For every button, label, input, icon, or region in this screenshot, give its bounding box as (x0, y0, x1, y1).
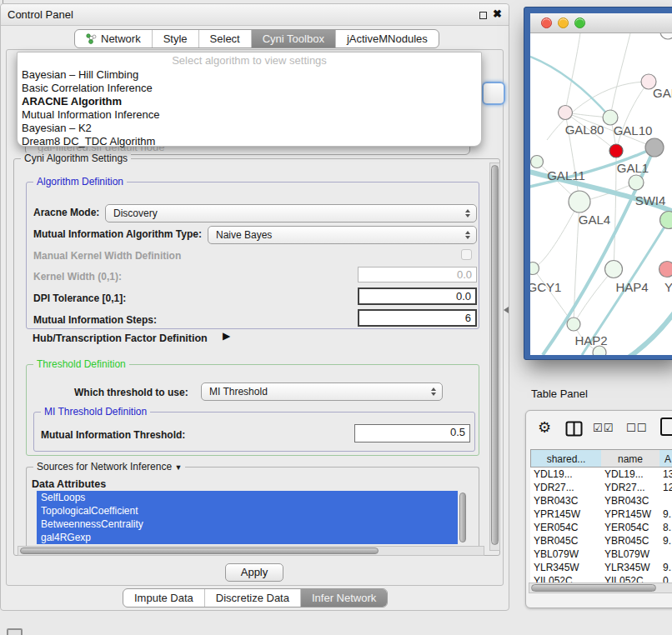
settings-hscrollbar[interactable] (18, 546, 484, 556)
algorithm-option[interactable]: Mutual Information Inference (18, 108, 481, 122)
tab-impute-data[interactable]: Impute Data (123, 589, 205, 607)
splitter-collapse-arrow[interactable] (504, 307, 509, 313)
close-traffic-light[interactable] (541, 18, 552, 28)
settings-vscrollbar[interactable] (489, 162, 500, 551)
data-attributes-list: SelfLoops TopologicalCoefficient Between… (37, 491, 468, 546)
algorithm-dropdown-popup: Select algorithm to view settings Bayesi… (17, 52, 482, 147)
table-row[interactable]: YBR045CYBR045C9. (530, 534, 672, 548)
manual-kernel-label: Manual Kernel Width Definition (33, 250, 181, 262)
dock-panel-icon[interactable] (7, 628, 23, 635)
table-panel-title: Table Panel (531, 388, 588, 400)
node-bright-green[interactable] (660, 212, 672, 229)
application-root: Control Panel ✖ Network Style Select Cyn… (0, 0, 672, 635)
aracne-mode-combo[interactable]: Discovery (105, 204, 477, 222)
hub-section-label[interactable]: Hub/Transcription Factor Definition (33, 332, 208, 344)
mi-threshold-group: MI Threshold Definition Mutual Informati… (33, 412, 475, 452)
tab-infer-network[interactable]: Infer Network (301, 589, 387, 607)
table-row[interactable]: YBR043CYBR043C (530, 494, 672, 508)
tab-select[interactable]: Select (199, 30, 252, 48)
node-hap2[interactable] (567, 318, 580, 331)
algorithm-combo-fragment[interactable] (482, 82, 505, 105)
node-label: GAL80 (565, 122, 604, 137)
combo-arrows-icon (431, 388, 436, 396)
apply-button[interactable]: Apply (225, 563, 283, 582)
node-gal4[interactable] (569, 191, 590, 212)
node-hap4[interactable] (605, 261, 623, 278)
table-hscrollbar[interactable] (529, 582, 672, 593)
gear-icon[interactable]: ⚙ (538, 418, 551, 437)
float-window-icon[interactable] (479, 12, 487, 19)
which-threshold-combo[interactable]: MI Threshold (201, 382, 443, 401)
mi-threshold-label: Mutual Information Threshold: (41, 429, 185, 441)
expand-arrow-icon[interactable]: ▶ (223, 330, 230, 342)
sources-group-title: Sources for Network Inference ▼ (33, 461, 185, 473)
node-gal11[interactable] (531, 156, 544, 168)
close-icon[interactable]: ✖ (493, 8, 502, 20)
mi-type-combo[interactable]: Naive Bayes (208, 226, 477, 244)
aracne-mode-label: Aracne Mode: (33, 207, 99, 218)
algorithm-option-selected[interactable]: ARACNE Algorithm (18, 95, 481, 108)
kernel-width-field[interactable]: 0.0 (358, 267, 477, 282)
algorithm-option[interactable]: Dream8 DC_TDC Algorithm (18, 135, 481, 148)
node-label: GAL4 (579, 212, 610, 227)
column-header-shared[interactable]: shared... (530, 449, 602, 468)
table-row[interactable]: YDL19...YDL19...13 (530, 468, 672, 481)
network-window-inner: GAL GAL80 GAL10 GAL11 GAL1 SWI4 GAL4 GCY… (530, 13, 672, 355)
node-label: GAL (653, 86, 672, 100)
attributes-vscrollbar-thumb[interactable] (459, 492, 466, 542)
column-header-name[interactable]: name (601, 449, 660, 468)
zoom-traffic-light[interactable] (574, 18, 585, 28)
node-label: HAP2 (574, 333, 607, 348)
table-row[interactable]: YPR145WYPR145W9. (530, 508, 672, 521)
tab-jactivemnodules[interactable]: jActiveMNodules (336, 30, 439, 48)
control-panel-window: Control Panel ✖ Network Style Select Cyn… (0, 3, 509, 611)
minimize-traffic-light[interactable] (558, 18, 569, 28)
node-gal80[interactable] (559, 106, 573, 120)
manual-kernel-checkbox[interactable] (461, 249, 472, 260)
table-row[interactable]: YLR345WYLR345W9. (530, 561, 672, 574)
node-label: GCY1 (530, 280, 561, 294)
table-row[interactable]: YER054CYER054C8. (530, 521, 672, 534)
node-gal1[interactable] (629, 175, 644, 190)
attribute-item[interactable]: gal4RGexp (37, 531, 458, 544)
attribute-item[interactable]: TopologicalCoefficient (37, 504, 458, 518)
algorithm-option[interactable]: Bayesian – K2 (18, 122, 481, 135)
tab-network[interactable]: Network (75, 30, 153, 48)
node-label: GAL1 (617, 161, 649, 175)
attribute-item[interactable]: BetweennessCentrality (37, 518, 458, 531)
node-red[interactable] (609, 144, 623, 158)
node-gcy1[interactable] (530, 262, 539, 275)
table-row[interactable]: YDR27...YDR27...12 (530, 481, 672, 494)
mi-threshold-group-title: MI Threshold Definition (41, 406, 150, 418)
node-label: GAL10 (614, 123, 653, 138)
attribute-item[interactable]: SelfLoops (37, 491, 458, 504)
node-gray[interactable] (645, 138, 664, 157)
algorithm-dropdown-hint: Select algorithm to view settings (18, 52, 481, 67)
settings-hscrollbar-thumb[interactable] (20, 548, 379, 554)
network-canvas[interactable]: GAL GAL80 GAL10 GAL11 GAL1 SWI4 GAL4 GCY… (530, 33, 672, 355)
algorithm-option[interactable]: Basic Correlation Inference (18, 82, 481, 95)
mi-threshold-field[interactable]: 0.5 (354, 424, 470, 442)
collapse-arrow-icon[interactable]: ▼ (174, 463, 182, 472)
table-panel-card: ⚙ ☑☑ ☐☐ shared... name A YDL19...YDL19..… (525, 410, 672, 608)
dpi-tolerance-field[interactable]: 0.0 (358, 288, 477, 305)
combo-arrows-icon (465, 209, 470, 218)
tab-discretize-data[interactable]: Discretize Data (205, 589, 301, 607)
node-salmon[interactable] (659, 262, 672, 278)
unchecked-checkboxes-icon[interactable]: ☐☐ (626, 422, 647, 434)
node-label: Y (664, 280, 672, 294)
mi-steps-field[interactable]: 6 (358, 309, 477, 327)
table-hscrollbar-thumb[interactable] (531, 584, 656, 592)
table-row[interactable]: YBL079WYBL079W (530, 548, 672, 561)
node-label: SWI4 (635, 193, 666, 208)
table-document-icon[interactable] (659, 416, 672, 438)
checked-checkboxes-icon[interactable]: ☑☑ (593, 422, 614, 434)
node-partial-top[interactable] (660, 33, 672, 39)
split-columns-icon[interactable] (565, 421, 583, 437)
settings-vscrollbar-thumb[interactable] (491, 165, 499, 545)
tab-cyni-toolbox[interactable]: Cyni Toolbox (252, 30, 336, 48)
algorithm-option[interactable]: Bayesian – Hill Climbing (18, 68, 481, 82)
mi-steps-label: Mutual Information Steps: (33, 314, 157, 326)
column-header-partial[interactable]: A (659, 449, 672, 468)
tab-style[interactable]: Style (153, 30, 199, 48)
